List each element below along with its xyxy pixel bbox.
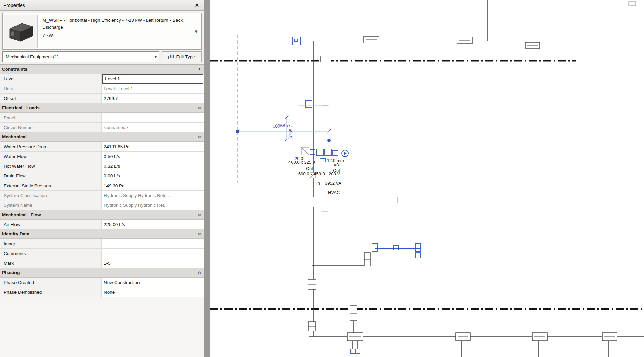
type-name: 7 kW xyxy=(42,32,192,39)
property-label: System Name xyxy=(0,200,102,210)
selection-filter-label: Mechanical Equipment (1) xyxy=(6,54,153,59)
property-value: Hydronic Supply,Hydronic Retur... xyxy=(102,191,204,200)
property-label: Drain Flow xyxy=(0,171,102,181)
property-row-phase-demolished: Phase Demolished None xyxy=(0,287,204,297)
property-label: Panel xyxy=(0,113,102,122)
property-label: Comments xyxy=(0,249,102,258)
section-title: Identity Data xyxy=(2,231,198,236)
property-row-mark: Mark 1-5 xyxy=(0,258,204,268)
property-value: Hydronic Supply,Hydronic Ret... xyxy=(102,200,204,210)
edit-type-button[interactable]: Edit Type xyxy=(162,51,202,62)
section-header-phasing[interactable]: Phasing « xyxy=(0,268,204,278)
revit-app-window: Properties ✕ M_WSHP - Horizontal - High … xyxy=(0,0,644,357)
collapse-chevron-icon[interactable]: « xyxy=(197,68,203,71)
property-row-level: Level Level 1 xyxy=(0,74,204,84)
section-title: Mechanical xyxy=(2,134,198,139)
palette-empty-area xyxy=(0,297,204,357)
section-header-electrical-loads[interactable]: Electrical - Loads « xyxy=(0,103,204,113)
level-value-editor[interactable]: Level 1 xyxy=(102,74,203,84)
property-label: Mark xyxy=(0,258,102,268)
property-value[interactable]: 24131.65 Pa xyxy=(102,142,204,151)
property-row-drain-flow: Drain Flow 0.00 L/s xyxy=(0,171,204,181)
close-icon[interactable]: ✕ xyxy=(193,2,201,8)
collapse-chevron-icon[interactable]: « xyxy=(197,271,203,274)
property-label: Water Pressure Drop xyxy=(0,142,102,151)
property-label: Phase Demolished xyxy=(0,287,102,297)
section-header-mechanical-flow[interactable]: Mechanical - Flow « xyxy=(0,210,204,220)
edit-type-label: Edit Type xyxy=(176,54,195,59)
section-title: Phasing xyxy=(2,270,198,275)
type-description: M_WSHP - Horizontal - High Efficiency - … xyxy=(39,13,201,39)
family-thumbnail xyxy=(4,15,38,48)
selection-filter-row: Mechanical Equipment (1) ▾ Edit Type xyxy=(2,51,202,62)
property-row-system-classification: System Classification Hydronic Supply,Hy… xyxy=(0,191,204,200)
drawing-area[interactable]: 10968.7 5759.7 20.0 400.0 x 325.0 12.0 m… xyxy=(210,0,644,357)
connector-in-label[interactable]: In xyxy=(316,181,320,186)
property-value: <unnamed> xyxy=(102,123,204,132)
properties-palette: Properties ✕ M_WSHP - Horizontal - High … xyxy=(0,0,204,357)
collapse-chevron-icon[interactable]: « xyxy=(197,214,203,216)
property-value[interactable]: 225.00 L/s xyxy=(102,220,204,229)
property-label: Circuit Number xyxy=(0,123,102,132)
property-label: Phase Created xyxy=(0,278,102,287)
palette-title: Properties xyxy=(3,3,193,8)
edit-type-icon xyxy=(168,54,174,60)
system-tag[interactable]: HVAC xyxy=(328,190,340,195)
property-value[interactable]: 0.50 L/s xyxy=(102,152,204,161)
property-label: External Static Pressure xyxy=(0,181,102,190)
property-row-water-flow: Water Flow 0.50 L/s xyxy=(0,152,204,161)
property-value-cell: Level 1 xyxy=(102,74,204,84)
property-label: Water Flow xyxy=(0,152,102,161)
connector-out-label[interactable]: Out xyxy=(306,166,313,171)
section-title: Electrical - Loads xyxy=(2,105,198,110)
wshp-unit-image xyxy=(4,15,37,47)
collapse-chevron-icon[interactable]: « xyxy=(197,107,203,109)
property-label: Level xyxy=(0,74,102,84)
property-value[interactable]: 149.30 Pa xyxy=(102,181,204,190)
property-row-circuit-number: Circuit Number <unnamed> xyxy=(0,123,204,132)
property-row-comments: Comments xyxy=(0,249,204,258)
property-row-offset: Offset 2799.7 xyxy=(0,94,204,103)
section-header-mechanical[interactable]: Mechanical « xyxy=(0,132,204,142)
property-value[interactable]: New Construction xyxy=(102,278,204,287)
section-title: Mechanical - Flow xyxy=(2,212,198,217)
property-row-external-static-pressure: External Static Pressure 149.30 Pa xyxy=(0,181,204,191)
property-row-phase-created: Phase Created New Construction xyxy=(0,278,204,287)
property-label: Image xyxy=(0,239,102,248)
equipment-number-tag[interactable]: #3 xyxy=(334,162,339,167)
panel-canvas-divider[interactable] xyxy=(204,0,210,357)
property-row-image: Image xyxy=(0,239,204,249)
property-row-hot-water-flow: Hot Water Flow 0.32 L/s xyxy=(0,161,204,171)
section-header-identity-data[interactable]: Identity Data « xyxy=(0,229,204,239)
duct-size-tag[interactable]: 400.0 x 325.0 xyxy=(288,160,315,165)
property-label: Hot Water Flow xyxy=(0,161,102,171)
voltage-tag[interactable]: 208 V xyxy=(329,171,340,176)
property-grid: Constraints « Level Level 1 Host Level :… xyxy=(0,64,204,297)
property-row-system-name: System Name Hydronic Supply,Hydronic Ret… xyxy=(0,200,204,210)
property-row-air-flow: Air Flow 225.00 L/s xyxy=(0,220,204,229)
collapse-chevron-icon[interactable]: « xyxy=(197,136,203,138)
palette-titlebar[interactable]: Properties ✕ xyxy=(0,0,204,11)
property-label: Offset xyxy=(0,94,102,103)
property-label: Host xyxy=(0,84,102,93)
property-value[interactable]: 1-5 xyxy=(102,258,204,268)
collapse-chevron-icon[interactable]: « xyxy=(197,233,203,235)
property-value[interactable]: 0.00 L/s xyxy=(102,171,204,181)
property-value[interactable]: 2799.7 xyxy=(102,94,204,103)
electrical-load-tag[interactable]: 3952 VA xyxy=(325,181,341,186)
chevron-down-icon[interactable]: ▼ xyxy=(194,29,198,34)
property-value: Level : Level 1 xyxy=(102,84,204,93)
property-row-host: Host Level : Level 1 xyxy=(0,84,204,94)
combo-chevron-icon: ▾ xyxy=(153,55,157,59)
property-value[interactable]: None xyxy=(102,287,204,297)
duct-size-tag[interactable]: 600.0 x 450.0 xyxy=(298,171,325,176)
selection-filter-combo[interactable]: Mechanical Equipment (1) ▾ xyxy=(2,51,159,62)
property-row-panel: Panel xyxy=(0,113,204,123)
property-value[interactable] xyxy=(102,249,204,258)
property-value[interactable] xyxy=(102,239,204,248)
section-header-constraints[interactable]: Constraints « xyxy=(0,65,204,74)
dimension-text-vertical[interactable]: 5759.7 xyxy=(288,125,293,139)
property-value[interactable]: 0.32 L/s xyxy=(102,161,204,171)
type-selector[interactable]: M_WSHP - Horizontal - High Efficiency - … xyxy=(2,13,202,50)
property-value xyxy=(102,113,204,122)
